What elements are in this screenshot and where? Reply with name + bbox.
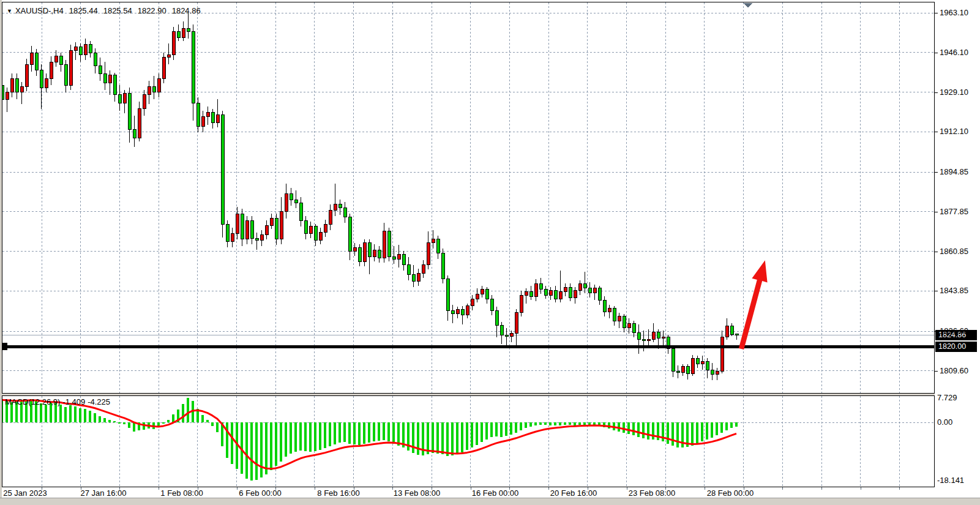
macd-axis-label: 7.729 (937, 393, 957, 403)
price-axis-label: 1826.60 (940, 326, 968, 336)
macd-bar (182, 404, 184, 422)
bear-candle (113, 75, 116, 94)
bear-candle (451, 310, 454, 314)
bull-candle (353, 247, 356, 251)
trend-arrow[interactable] (739, 260, 768, 350)
macd-bar (84, 409, 86, 422)
price-axis-tick (935, 212, 938, 212)
macd-bar (304, 422, 307, 451)
macd-bar (285, 422, 287, 457)
macd-bar (652, 422, 654, 440)
bear-candle (392, 257, 395, 260)
bear-candle (569, 287, 572, 297)
bear-candle (539, 283, 542, 290)
macd-bar (64, 407, 67, 422)
bear-candle (103, 73, 107, 83)
macd-bar (510, 422, 512, 435)
macd-bar (490, 422, 493, 437)
macd-bar (564, 422, 566, 425)
macd-bar (432, 422, 434, 453)
bull-candle (162, 58, 165, 78)
macd-bar (378, 422, 380, 441)
time-axis-tick (861, 487, 861, 490)
bull-candle (270, 219, 273, 225)
bear-candle (294, 200, 297, 203)
macd-bar (725, 422, 728, 430)
time-axis-label: 13 Feb 08:00 (383, 488, 451, 498)
bear-candle (505, 335, 508, 336)
macd-bar (559, 422, 561, 425)
bull-candle (662, 337, 665, 339)
price-axis-tick (935, 132, 938, 132)
bear-candle (598, 288, 601, 300)
macd-bar (569, 422, 571, 425)
bear-candle (730, 326, 733, 334)
bear-candle (529, 292, 533, 297)
bull-candle (20, 86, 23, 92)
bear-candle (495, 310, 498, 326)
bear-candle (588, 288, 591, 293)
bull-candle (417, 273, 420, 281)
bear-candle (226, 224, 229, 242)
bull-candle (285, 194, 288, 212)
bull-candle (525, 292, 528, 296)
macd-bar (255, 422, 258, 480)
macd-bar (368, 422, 370, 443)
time-axis-label: 1 Feb 08:00 (148, 488, 215, 498)
price-axis-label: 1877.85 (940, 207, 968, 217)
macd-bar (294, 422, 297, 452)
bull-candle (108, 75, 111, 83)
macd-bar (642, 422, 645, 438)
window-left-edge (0, 0, 2, 498)
bull-candle (373, 250, 376, 256)
macd-bar (574, 422, 576, 425)
macd-bar (505, 422, 507, 436)
chart-window: ▼XAUUSD-,H41825.441825.541822.901824.86 … (0, 0, 980, 505)
bull-candle (167, 55, 170, 58)
bull-candle (618, 316, 621, 321)
macd-bar (358, 422, 361, 445)
macd-bar (59, 405, 62, 422)
panel-divider[interactable] (2, 394, 935, 395)
open-value: 1825.44 (69, 6, 98, 15)
price-axis-label: 1912.10 (940, 127, 968, 137)
time-axis[interactable]: 25 Jan 202327 Jan 16:001 Feb 08:006 Feb … (0, 487, 980, 498)
macd-bar (309, 422, 312, 452)
macd-bar (676, 422, 679, 447)
macd-bar (319, 422, 321, 450)
bear-candle (192, 32, 195, 103)
time-axis-label: 20 Feb 16:00 (540, 488, 607, 498)
price-axis-tick (935, 291, 938, 291)
macd-bar (324, 422, 326, 448)
line-selection-handle[interactable] (2, 343, 7, 350)
bull-candle (309, 226, 312, 233)
bull-candle (471, 299, 474, 305)
price-axis-tick (935, 13, 938, 13)
macd-bar (691, 422, 694, 446)
macd-bar (427, 422, 429, 454)
macd-indicator-panel[interactable]: MACD(12,26,9)-1.409-4.225 (2, 395, 935, 487)
macd-bar (211, 422, 214, 426)
macd-chart (2, 396, 934, 487)
bull-candle (324, 224, 327, 232)
main-chart-panel[interactable]: ▼XAUUSD-,H41825.441825.541822.901824.86 (2, 2, 935, 394)
bear-candle (368, 243, 371, 257)
bull-candle (456, 309, 459, 314)
horizontal-line-1820[interactable] (2, 345, 934, 348)
bull-candle (74, 47, 77, 51)
macd-bar (696, 422, 698, 444)
bear-candle (348, 217, 351, 251)
bear-candle (133, 130, 136, 138)
chevron-down-icon[interactable]: ▼ (7, 8, 12, 14)
chart-shift-marker[interactable] (744, 3, 752, 8)
bear-candle (152, 86, 155, 92)
macd-bar (627, 422, 630, 434)
bull-candle (574, 291, 577, 297)
price-axis[interactable]: 1824.86 1820.00 1963.101946.101929.10191… (935, 0, 980, 487)
macd-bar (397, 422, 400, 446)
bull-candle (652, 332, 655, 339)
bear-candle (583, 283, 586, 288)
bull-candle (172, 32, 175, 55)
macd-bar (167, 420, 170, 422)
macd-bar (113, 421, 116, 422)
